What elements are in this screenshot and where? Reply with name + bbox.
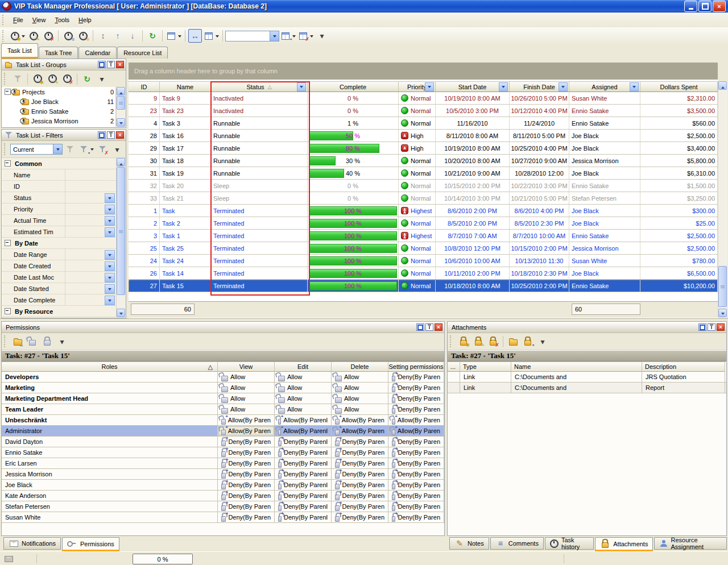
- permission-cell[interactable]: +Deny(By Paren: [388, 491, 444, 501]
- filter-preset-combobox[interactable]: Current: [10, 144, 63, 155]
- permission-cell[interactable]: +Allow(By Paren: [388, 426, 444, 436]
- filter-section-by-resource[interactable]: By Resource: [2, 306, 116, 317]
- permission-cell[interactable]: Allow: [332, 383, 388, 393]
- open-attachment-button[interactable]: [506, 335, 520, 348]
- permission-cell[interactable]: +Deny(By Parenl: [275, 501, 332, 512]
- more-button[interactable]: ▾: [95, 72, 109, 86]
- move-up-button[interactable]: ↑: [111, 29, 125, 43]
- permission-cell[interactable]: +Deny(By Paren: [218, 437, 275, 447]
- permission-cell[interactable]: Allow: [275, 404, 332, 414]
- scroll-down-button[interactable]: [117, 309, 125, 317]
- permission-cell[interactable]: Allow: [332, 404, 388, 414]
- more-button[interactable]: ▾: [110, 143, 124, 156]
- filters-panel-restore-button[interactable]: [98, 131, 106, 139]
- chevron-down-icon[interactable]: [105, 261, 115, 271]
- column-header-start-date[interactable]: Start Date: [436, 81, 510, 92]
- permission-row[interactable]: Marketing Department HeadAllowAllowAllow…: [2, 393, 444, 404]
- more-button[interactable]: ▾: [55, 335, 69, 348]
- attachments-column-header-name[interactable]: Name: [511, 362, 642, 372]
- filter-item-actual-time[interactable]: Actual Time: [2, 215, 116, 226]
- permission-cell[interactable]: +Deny(By Parenl: [275, 512, 332, 522]
- add-task-button[interactable]: ✱: [9, 29, 26, 43]
- task-row[interactable]: 32Task 20Sleep0 %Normal10/15/2010 2:00 P…: [129, 180, 718, 192]
- permission-cell[interactable]: +Deny(By Parenl: [275, 480, 332, 490]
- tab-comments[interactable]: ≡Comments: [490, 537, 544, 550]
- permission-cell[interactable]: Allow: [332, 393, 388, 404]
- edit-attachment-button[interactable]: ✎: [471, 335, 485, 348]
- attachments-column-header-dots[interactable]: ...: [448, 362, 460, 372]
- filter-dropdown-icon[interactable]: [297, 82, 306, 92]
- inherit-tree-button[interactable]: →: [11, 335, 24, 348]
- permissions-panel-close-button[interactable]: ×: [435, 323, 442, 331]
- filter-dropdown-icon[interactable]: [499, 82, 508, 92]
- menu-item-view[interactable]: View: [28, 15, 51, 25]
- tab-task-history[interactable]: Task history: [545, 537, 594, 550]
- chevron-down-icon[interactable]: [105, 216, 115, 226]
- add-attachment-button[interactable]: ✱: [457, 335, 470, 348]
- collapse-icon[interactable]: [5, 160, 11, 167]
- permission-cell[interactable]: +Deny(By Paren: [388, 447, 444, 458]
- fit-columns-button[interactable]: ↔: [188, 29, 202, 43]
- apply-filter-button[interactable]: [63, 143, 77, 156]
- collapse-icon[interactable]: [5, 240, 11, 246]
- move-down-button[interactable]: ↓: [126, 29, 139, 43]
- chevron-down-icon[interactable]: [270, 31, 279, 41]
- tree-item-joe-black[interactable]: Joe Black11: [2, 97, 115, 106]
- chevron-down-icon[interactable]: [105, 205, 115, 214]
- permission-cell[interactable]: +Deny(By Paren: [388, 404, 444, 414]
- unlock-perm-button[interactable]: [26, 335, 39, 348]
- task-row[interactable]: 30Task 18Runnable30 %Normal10/20/2010 8:…: [129, 155, 718, 167]
- permission-cell[interactable]: +Deny(By Paren: [218, 469, 275, 479]
- permission-cell[interactable]: +Deny(By Parenl: [275, 491, 332, 501]
- attachments-panel-close-button[interactable]: ×: [717, 323, 725, 331]
- tree-item-jessica-morrison[interactable]: Jessica Morrison2: [2, 116, 115, 126]
- permission-row[interactable]: Kate Anderson+Deny(By Paren+Deny(By Pare…: [2, 491, 444, 501]
- permissions-column-header-delete[interactable]: Delete: [332, 362, 388, 372]
- save-layout-button[interactable]: ▪: [280, 29, 296, 43]
- filter-section-by-date[interactable]: By Date: [2, 238, 116, 249]
- permission-cell[interactable]: +Allow(By Paren: [332, 415, 388, 425]
- task-notes-button[interactable]: ≡: [76, 29, 90, 43]
- permission-cell[interactable]: +Deny(By Parenl: [275, 469, 332, 479]
- tab-task-list[interactable]: Task List: [1, 43, 38, 59]
- permission-cell[interactable]: Allow: [275, 393, 332, 404]
- permission-cell[interactable]: +Allow(By Paren: [332, 426, 388, 436]
- permission-cell[interactable]: +Deny(By Paren: [218, 512, 275, 522]
- permission-cell[interactable]: +Deny(By Paren: [332, 501, 388, 512]
- permission-cell[interactable]: Allow: [218, 393, 275, 404]
- permission-cell[interactable]: +Deny(By Paren: [332, 491, 388, 501]
- chevron-down-icon[interactable]: [105, 273, 115, 282]
- clear-filter-button[interactable]: ✗: [297, 29, 314, 43]
- filter-item-estimated-tim[interactable]: Estimated Tim: [2, 226, 116, 238]
- permission-cell[interactable]: +Deny(By Paren: [388, 512, 444, 522]
- attachment-row[interactable]: LinkC:\Documents andJRS Quotation: [448, 372, 726, 383]
- refresh-button[interactable]: ↻: [146, 29, 159, 43]
- chevron-down-icon[interactable]: [53, 144, 62, 154]
- delete-task-button[interactable]: ✗: [42, 29, 55, 43]
- column-header-dollars-spent[interactable]: Dollars Spent: [640, 81, 718, 92]
- delete-attachment-button[interactable]: ✗: [486, 335, 500, 348]
- scroll-down-button[interactable]: [117, 118, 125, 127]
- permission-cell[interactable]: +Allow(By Paren: [218, 415, 275, 425]
- attachment-row[interactable]: LinkC:\Documents andReport: [448, 383, 726, 393]
- filter-dropdown-icon[interactable]: [425, 82, 434, 92]
- attachments-column-header-type[interactable]: Type: [460, 362, 511, 372]
- permission-cell[interactable]: +Deny(By Paren: [388, 458, 444, 468]
- permission-row[interactable]: Administrator+Allow(By Paren+Allow(By Pa…: [2, 426, 444, 437]
- permission-cell[interactable]: Allow: [275, 383, 332, 393]
- more-button[interactable]: ▾: [315, 29, 329, 43]
- permission-cell[interactable]: +Allow(By Paren: [218, 426, 275, 436]
- permissions-column-header-edit[interactable]: Edit: [275, 362, 332, 372]
- task-table-scrollbar[interactable]: [718, 81, 727, 317]
- clear-filter-btn-button[interactable]: ✗: [96, 143, 109, 156]
- permission-cell[interactable]: +Deny(By Paren: [218, 447, 275, 458]
- tab-calendar[interactable]: Calendar: [78, 47, 117, 59]
- filters-scrollbar[interactable]: [116, 158, 126, 317]
- footer-summary-right[interactable]: 60: [572, 304, 640, 315]
- task-row[interactable]: 1TaskTerminated100 %∧∧Highest8/6/2010 2:…: [129, 205, 718, 217]
- chevron-down-icon[interactable]: [22, 35, 25, 39]
- groups-panel-restore-button[interactable]: [98, 61, 106, 68]
- task-row[interactable]: 26Task 14Terminated100 %Normal10/11/2010…: [129, 267, 718, 280]
- more-button[interactable]: ▾: [536, 335, 549, 348]
- task-row[interactable]: 31Task 19Runnable40 %Normal10/21/2010 9:…: [129, 167, 718, 180]
